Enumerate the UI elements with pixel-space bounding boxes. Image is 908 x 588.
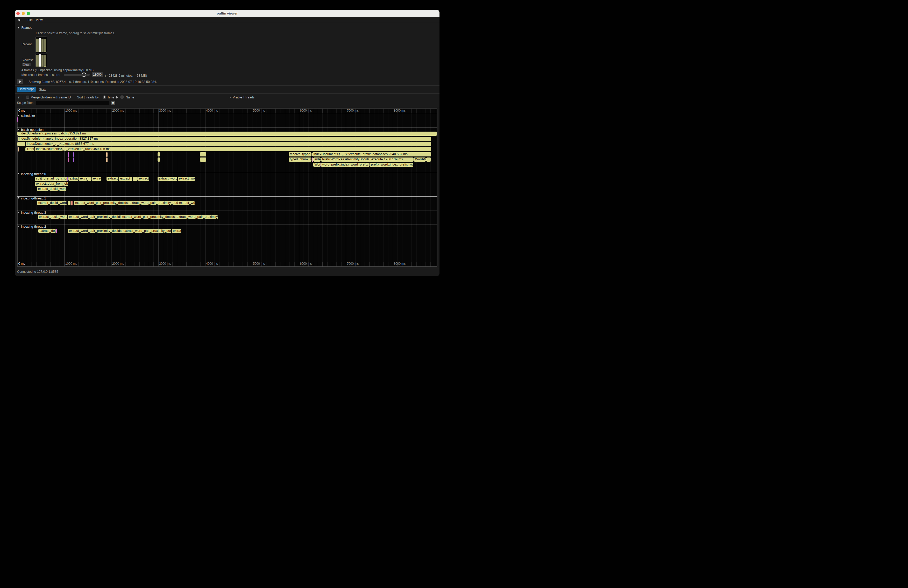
svg-text:7000 ms: 7000 ms bbox=[347, 109, 359, 112]
svg-text:6000 ms: 6000 ms bbox=[300, 262, 312, 265]
svg-text:0 ms: 0 ms bbox=[18, 262, 25, 265]
svg-text:0 ms: 0 ms bbox=[18, 109, 25, 112]
svg-text:2000 ms: 2000 ms bbox=[112, 262, 124, 265]
svg-text:8000 ms: 8000 ms bbox=[394, 262, 406, 265]
svg-text:1000 ms: 1000 ms bbox=[65, 262, 77, 265]
svg-text:5000 ms: 5000 ms bbox=[253, 109, 265, 112]
svg-text:3000 ms: 3000 ms bbox=[159, 262, 171, 265]
svg-text:7000 ms: 7000 ms bbox=[347, 262, 359, 265]
svg-text:6000 ms: 6000 ms bbox=[300, 109, 312, 112]
svg-text:5000 ms: 5000 ms bbox=[253, 262, 265, 265]
svg-text:4000 ms: 4000 ms bbox=[206, 109, 218, 112]
svg-text:3000 ms: 3000 ms bbox=[159, 109, 171, 112]
svg-text:2000 ms: 2000 ms bbox=[112, 109, 124, 112]
svg-text:4000 ms: 4000 ms bbox=[206, 262, 218, 265]
svg-text:1000 ms: 1000 ms bbox=[65, 109, 77, 112]
svg-text:8000 ms: 8000 ms bbox=[394, 109, 406, 112]
